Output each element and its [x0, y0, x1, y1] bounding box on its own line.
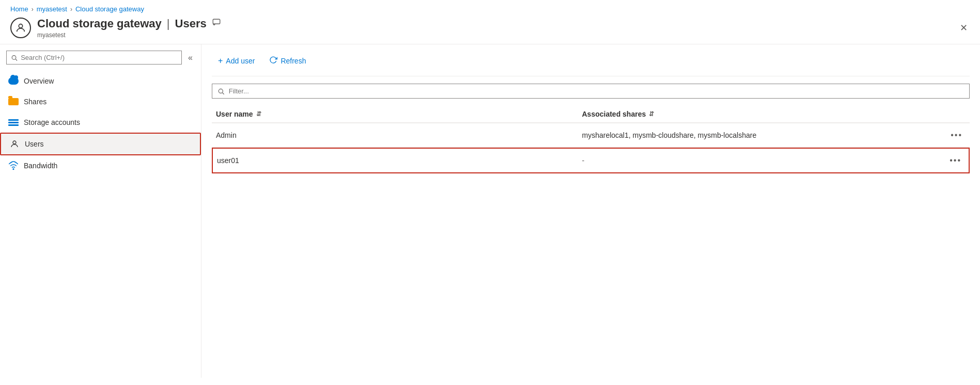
content-area: + Add user Refresh	[201, 44, 980, 378]
user-icon	[9, 139, 20, 149]
toolbar: + Add user Refresh	[212, 53, 970, 76]
svg-line-3	[15, 59, 17, 60]
storage-icon	[8, 117, 19, 127]
col-shares-label: Associated shares	[582, 110, 646, 118]
sidebar-item-storage-accounts[interactable]: Storage accounts	[0, 112, 201, 133]
page-header: Home › myasetest › Cloud storage gateway…	[0, 0, 980, 44]
col-header-username: User name ⇵	[212, 110, 578, 118]
breadcrumb-sep1: ›	[32, 6, 34, 13]
svg-point-0	[19, 24, 22, 28]
breadcrumb-sep2: ›	[70, 6, 72, 13]
search-input[interactable]	[21, 54, 177, 61]
filter-row	[212, 84, 970, 99]
filter-box[interactable]	[212, 84, 970, 99]
sidebar-item-shares[interactable]: Shares	[0, 91, 201, 112]
subtitle: myasetest	[37, 31, 221, 39]
row-actions-admin: •••	[944, 129, 970, 142]
refresh-label: Refresh	[281, 57, 306, 65]
more-button-admin[interactable]: •••	[947, 129, 966, 142]
breadcrumb-myasetest[interactable]: myasetest	[37, 5, 67, 13]
feedback-icon[interactable]	[212, 18, 221, 29]
cell-shares-user01: -	[578, 156, 943, 165]
table-header: User name ⇵ Associated shares ⇵	[212, 106, 970, 123]
sort-username-icon[interactable]: ⇵	[256, 110, 261, 118]
avatar	[10, 18, 31, 38]
svg-line-7	[222, 92, 224, 94]
breadcrumb-current[interactable]: Cloud storage gateway	[75, 5, 144, 13]
search-box[interactable]	[6, 51, 182, 65]
col-username-label: User name	[216, 110, 253, 118]
cell-shares-admin: mysharelocal1, mysmb-cloudshare, mysmb-l…	[578, 131, 944, 139]
wifi-icon	[8, 161, 19, 171]
sidebar-item-storage-accounts-label: Storage accounts	[24, 118, 80, 126]
title-row: Cloud storage gateway | Users myasetest …	[10, 17, 970, 44]
svg-point-4	[13, 141, 16, 144]
sort-shares-icon[interactable]: ⇵	[649, 110, 654, 118]
table-row[interactable]: user01 - •••	[212, 148, 970, 173]
close-icon[interactable]: ✕	[958, 20, 970, 36]
page-title-section: Users	[175, 17, 207, 30]
table: User name ⇵ Associated shares ⇵ Admin my…	[212, 106, 970, 370]
more-button-user01[interactable]: •••	[946, 154, 965, 167]
sidebar-item-bandwidth-label: Bandwidth	[24, 162, 57, 170]
title-sep: |	[167, 17, 170, 30]
col-header-associated-shares: Associated shares ⇵	[578, 110, 944, 118]
sidebar: « Overview Shares Storage accounts	[0, 44, 201, 378]
sidebar-item-users-label: Users	[25, 140, 44, 148]
breadcrumb: Home › myasetest › Cloud storage gateway	[10, 5, 970, 13]
sidebar-item-users[interactable]: Users	[0, 133, 201, 155]
cloud-icon	[8, 76, 19, 86]
page-title-main: Cloud storage gateway	[37, 17, 162, 30]
svg-rect-1	[213, 19, 220, 24]
sidebar-item-overview[interactable]: Overview	[0, 71, 201, 91]
main-layout: « Overview Shares Storage accounts	[0, 44, 980, 378]
add-user-button[interactable]: + Add user	[212, 53, 261, 69]
search-row: «	[0, 51, 201, 71]
cell-username-user01: user01	[213, 156, 578, 165]
svg-point-6	[219, 89, 223, 93]
folder-icon	[8, 97, 19, 107]
refresh-icon	[269, 56, 277, 66]
add-user-label: Add user	[226, 57, 255, 65]
table-row[interactable]: Admin mysharelocal1, mysmb-cloudshare, m…	[212, 123, 970, 148]
refresh-button[interactable]: Refresh	[263, 53, 312, 69]
filter-search-icon	[217, 88, 225, 95]
search-icon	[11, 54, 18, 61]
collapse-button[interactable]: «	[186, 51, 195, 65]
cell-username-admin: Admin	[212, 131, 578, 139]
svg-point-2	[12, 55, 16, 59]
title-group: Cloud storage gateway | Users myasetest	[37, 17, 221, 39]
svg-point-5	[13, 169, 14, 170]
plus-icon: +	[218, 56, 223, 66]
sidebar-item-overview-label: Overview	[24, 77, 54, 85]
filter-input[interactable]	[229, 87, 964, 95]
row-actions-user01: •••	[943, 154, 969, 167]
sidebar-item-shares-label: Shares	[24, 98, 46, 106]
sidebar-item-bandwidth[interactable]: Bandwidth	[0, 155, 201, 176]
breadcrumb-home[interactable]: Home	[10, 5, 28, 13]
